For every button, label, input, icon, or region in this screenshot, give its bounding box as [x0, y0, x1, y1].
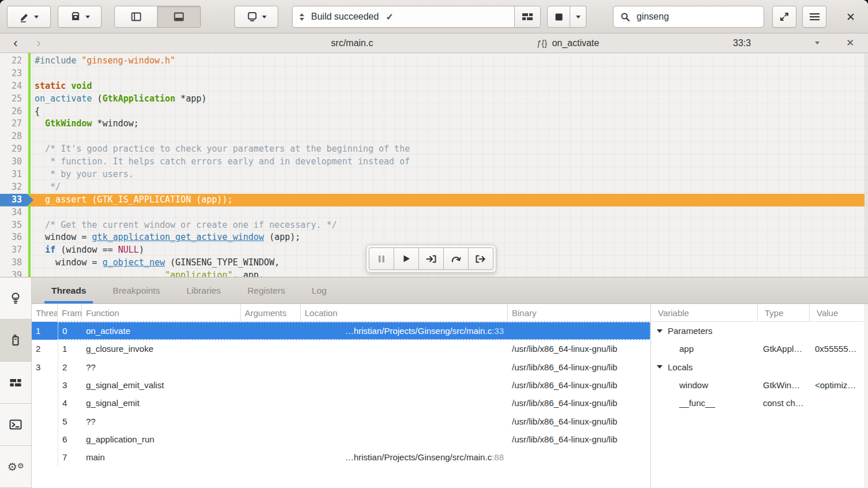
line-number[interactable]: 28 — [0, 130, 28, 143]
document-menu-caret-icon[interactable] — [815, 42, 820, 44]
current-line-number[interactable]: 33 — [0, 194, 33, 207]
variable-group-row[interactable]: Locals — [651, 358, 864, 376]
code-line[interactable]: 37 if (window == NULL) — [0, 244, 868, 257]
column-header-variable[interactable]: Variable — [651, 304, 758, 321]
code-line[interactable]: 28 — [0, 130, 868, 143]
code-line[interactable]: 31 * by your users. — [0, 168, 868, 181]
line-number[interactable]: 22 — [0, 55, 28, 67]
rail-device-button[interactable] — [0, 320, 31, 362]
thread-frame-row[interactable]: 3g_signal_emit_valist/usr/lib/x86_64-lin… — [32, 376, 650, 394]
thread-frame-row[interactable]: 6g_application_run/usr/lib/x86_64-linux-… — [32, 430, 650, 448]
stop-button[interactable] — [547, 6, 570, 28]
stop-options-button[interactable] — [570, 6, 586, 28]
thread-frame-row[interactable]: 32??/usr/lib/x86_64-linux-gnu/lib — [32, 358, 650, 376]
line-number[interactable]: 36 — [0, 231, 28, 244]
line-number[interactable]: 29 — [0, 143, 28, 156]
line-number[interactable]: 31 — [0, 168, 28, 181]
chevron-down-icon — [85, 16, 90, 18]
line-number[interactable]: 26 — [0, 106, 28, 118]
line-number[interactable]: 23 — [0, 67, 28, 80]
build-status-field[interactable]: Build succeeded ✓ — [293, 6, 514, 27]
fullscreen-button[interactable] — [772, 6, 796, 28]
column-header-type[interactable]: Type — [758, 304, 810, 321]
code-line[interactable]: 23 — [0, 67, 868, 80]
column-header-binary[interactable]: Binary — [508, 304, 650, 321]
panel-toggle-group — [114, 6, 201, 28]
close-document-button[interactable]: ✕ — [846, 33, 854, 52]
column-header-location[interactable]: Location — [301, 304, 508, 321]
toggle-bottom-panel-button[interactable] — [158, 6, 201, 28]
diff-added-bar — [28, 53, 31, 277]
line-number[interactable]: 34 — [0, 207, 28, 219]
cursor-position: 33:3 — [733, 33, 751, 52]
nav-back-button[interactable]: ‹ — [8, 36, 23, 51]
global-search[interactable] — [613, 6, 764, 28]
line-number[interactable]: 38 — [0, 257, 28, 269]
column-header-arguments[interactable]: Arguments — [241, 304, 301, 321]
variable-group-row[interactable]: Parameters — [651, 322, 864, 340]
code-line[interactable]: 34 — [0, 207, 868, 219]
omni-bar[interactable]: Build succeeded ✓ — [292, 6, 541, 28]
threads-table-header: Thread Frame Function Arguments Location… — [32, 304, 650, 322]
variable-row[interactable]: appGtkAppl…0x55555… — [651, 340, 864, 358]
code-line[interactable]: 38 window = g_object_new (GINSENG_TYPE_W… — [0, 257, 868, 269]
code-line[interactable]: 22#include "ginseng-window.h" — [0, 55, 868, 67]
code-line[interactable]: 25on_activate (GtkApplication *app) — [0, 93, 868, 106]
tab-threads[interactable]: Threads — [44, 277, 93, 303]
build-button[interactable] — [514, 6, 540, 27]
expander-icon[interactable] — [657, 329, 663, 333]
column-header-frame[interactable]: Frame — [58, 304, 82, 321]
line-number[interactable]: 25 — [0, 93, 28, 106]
thread-frame-row[interactable]: 4g_signal_emit/usr/lib/x86_64-linux-gnu/… — [32, 394, 650, 412]
toggle-left-panel-button[interactable] — [114, 6, 158, 28]
project-dropdown-button[interactable] — [58, 6, 102, 28]
code-line[interactable]: 35 /* Get the current window or create o… — [0, 219, 868, 232]
line-number[interactable]: 27 — [0, 118, 28, 130]
thread-frame-row[interactable]: 7main…hristian/Projects/Ginseng/src/main… — [32, 448, 650, 466]
code-line[interactable]: 26{ — [0, 106, 868, 118]
code-line[interactable]: 24static void — [0, 80, 868, 93]
column-header-thread[interactable]: Thread — [32, 304, 58, 321]
line-number[interactable]: 35 — [0, 219, 28, 232]
line-number[interactable]: 39 — [0, 269, 28, 277]
code-line[interactable]: 33 g_assert (GTK_IS_APPLICATION (app)); — [0, 194, 868, 207]
rail-settings-button[interactable]: ⚙⚙ — [0, 446, 31, 488]
menu-button[interactable] — [802, 6, 826, 28]
edit-dropdown-button[interactable] — [7, 6, 51, 28]
expander-icon[interactable] — [657, 365, 663, 369]
tab-log[interactable]: Log — [305, 277, 334, 303]
chevron-down-icon — [262, 16, 267, 18]
stop-button-group — [547, 6, 586, 28]
tab-breakpoints[interactable]: Breakpoints — [106, 277, 167, 303]
column-header-value[interactable]: Value — [810, 304, 864, 321]
cell-type: const ch… — [758, 398, 810, 408]
line-number[interactable]: 24 — [0, 80, 28, 93]
thread-frame-row[interactable]: 21g_closure_invoke/usr/lib/x86_64-linux-… — [32, 340, 650, 358]
variable-row[interactable]: __func__const ch… — [651, 394, 864, 412]
thread-frame-row[interactable]: 5??/usr/lib/x86_64-linux-gnu/lib — [32, 412, 650, 430]
thread-frame-row[interactable]: 10on_activate…hristian/Projects/Ginseng/… — [32, 322, 650, 340]
code-line[interactable]: 29 /* It's good practice to check your p… — [0, 143, 868, 156]
code-line[interactable]: 27 GtkWindow *window; — [0, 118, 868, 130]
variable-row[interactable]: windowGtkWin…<optimiz… — [651, 376, 864, 394]
rail-todo-button[interactable] — [0, 277, 31, 320]
tab-registers[interactable]: Registers — [241, 277, 292, 303]
rail-build-button[interactable] — [0, 362, 31, 404]
function-indicator[interactable]: ƒ{} on_activate — [537, 33, 599, 52]
nav-forward-button[interactable]: › — [31, 36, 46, 51]
column-header-function[interactable]: Function — [82, 304, 241, 321]
code-line[interactable]: 30 * function. It helps catch errors ear… — [0, 156, 868, 168]
source-editor[interactable]: 22#include "ginseng-window.h"2324static … — [0, 53, 868, 277]
rail-terminal-button[interactable] — [0, 404, 31, 446]
line-number[interactable]: 37 — [0, 244, 28, 257]
search-input[interactable] — [635, 11, 742, 22]
bottom-panel: ⚙⚙ ThreadsBreakpointsLibrariesRegistersL… — [0, 277, 868, 488]
code-line[interactable]: 39 "application", app, — [0, 269, 868, 277]
code-line[interactable]: 32 */ — [0, 181, 868, 194]
line-number[interactable]: 32 — [0, 181, 28, 194]
device-dropdown-button[interactable] — [234, 6, 278, 28]
code-line[interactable]: 36 window = gtk_application_get_active_w… — [0, 231, 868, 244]
line-number[interactable]: 30 — [0, 156, 28, 168]
window-close-button[interactable]: ✕ — [838, 6, 863, 28]
tab-libraries[interactable]: Libraries — [179, 277, 227, 303]
